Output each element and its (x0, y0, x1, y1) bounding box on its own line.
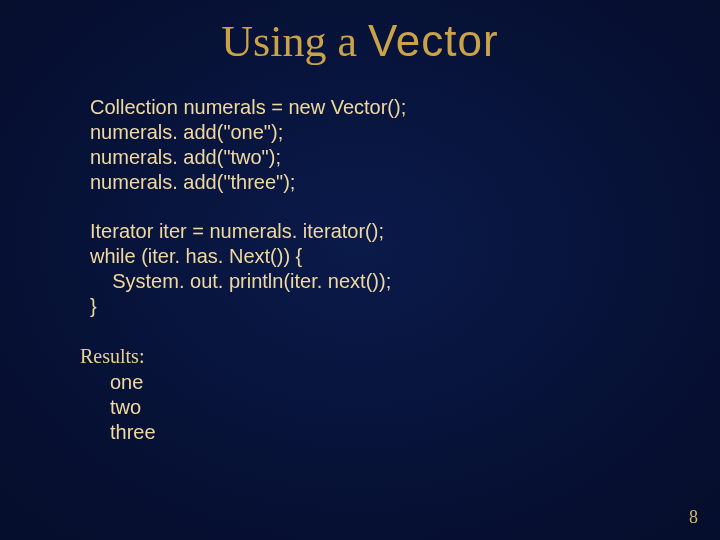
results-label: Results: (80, 345, 720, 368)
code-block-2: Iterator iter = numerals. iterator(); wh… (90, 219, 720, 319)
page-number: 8 (689, 507, 698, 528)
slide: Using a Vector Collection numerals = new… (0, 0, 720, 540)
code-block-1: Collection numerals = new Vector(); nume… (90, 95, 720, 195)
title-part2: Vector (368, 16, 499, 65)
title-part1: Using a (221, 17, 368, 66)
slide-title: Using a Vector (0, 0, 720, 67)
results-output: one two three (110, 370, 720, 445)
